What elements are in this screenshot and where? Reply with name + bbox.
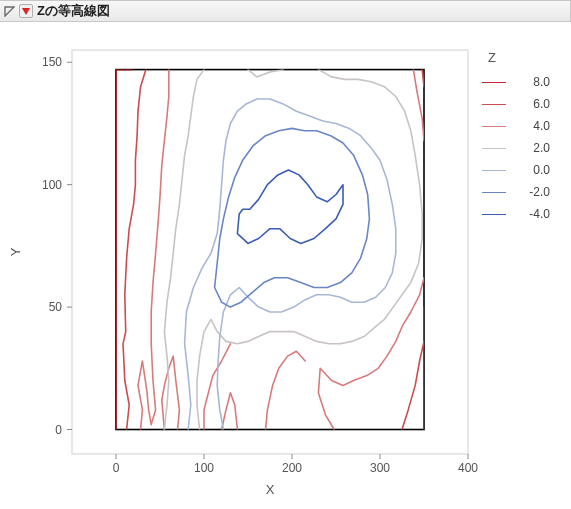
contour-line xyxy=(162,356,180,429)
legend-label: -4.0 xyxy=(516,207,550,221)
y-tick-label: 0 xyxy=(55,423,62,437)
legend-label: 2.0 xyxy=(516,141,550,155)
panel-body: 0100200300400050100150XY Z 8.06.04.02.00… xyxy=(0,22,571,508)
legend-entry[interactable]: -4.0 xyxy=(482,203,562,225)
legend-label: -2.0 xyxy=(516,185,550,199)
contour-line xyxy=(237,170,343,243)
legend-entry[interactable]: 6.0 xyxy=(482,93,562,115)
contour-line xyxy=(248,70,283,77)
x-tick-label: 300 xyxy=(370,461,390,475)
y-tick-label: 100 xyxy=(42,178,62,192)
legend-entry[interactable]: -2.0 xyxy=(482,181,562,203)
disclosure-icon[interactable] xyxy=(4,6,15,17)
contour-plot: 0100200300400050100150XY xyxy=(0,22,480,508)
x-tick-label: 200 xyxy=(282,461,302,475)
y-tick-label: 150 xyxy=(42,55,62,69)
legend-title: Z xyxy=(482,50,562,65)
svg-rect-10 xyxy=(116,70,424,430)
contour-line xyxy=(222,393,238,430)
contour-line xyxy=(138,70,169,430)
x-tick-label: 100 xyxy=(194,461,214,475)
legend-entry[interactable]: 0.0 xyxy=(482,159,562,181)
svg-rect-0 xyxy=(72,50,468,454)
legend-label: 4.0 xyxy=(516,119,550,133)
legend-entry[interactable]: 8.0 xyxy=(482,71,562,93)
contour-line xyxy=(123,70,146,430)
legend-swatch xyxy=(482,82,506,83)
legend-swatch xyxy=(482,126,506,127)
plot-area[interactable]: 0100200300400050100150XY xyxy=(0,22,480,508)
legend-entry[interactable]: 2.0 xyxy=(482,137,562,159)
legend-swatch xyxy=(482,104,506,105)
legend-swatch xyxy=(482,192,506,193)
x-tick-label: 400 xyxy=(458,461,478,475)
contour-panel: Zの等高線図 0100200300400050100150XY Z 8.06.0… xyxy=(0,0,571,508)
contour-line xyxy=(413,70,424,141)
panel-title-bar: Zの等高線図 xyxy=(0,0,571,22)
legend-entry[interactable]: 4.0 xyxy=(482,115,562,137)
y-tick-label: 50 xyxy=(49,300,63,314)
contour-line xyxy=(402,341,424,429)
legend-swatch xyxy=(482,214,506,215)
legend-swatch xyxy=(482,170,506,171)
y-axis-title: Y xyxy=(8,247,23,256)
legend-label: 8.0 xyxy=(516,75,550,89)
x-tick-label: 0 xyxy=(113,461,120,475)
contour-line xyxy=(215,128,370,307)
legend-label: 6.0 xyxy=(516,97,550,111)
contour-line xyxy=(266,351,306,429)
x-axis-title: X xyxy=(266,482,275,497)
hotspot-menu-icon[interactable] xyxy=(19,4,33,18)
panel-title: Zの等高線図 xyxy=(37,2,110,20)
legend-items: 8.06.04.02.00.0-2.0-4.0 xyxy=(482,71,562,225)
legend-label: 0.0 xyxy=(516,163,550,177)
legend: Z 8.06.04.02.00.0-2.0-4.0 xyxy=(480,22,562,225)
legend-swatch xyxy=(482,148,506,149)
contour-line xyxy=(318,278,424,430)
